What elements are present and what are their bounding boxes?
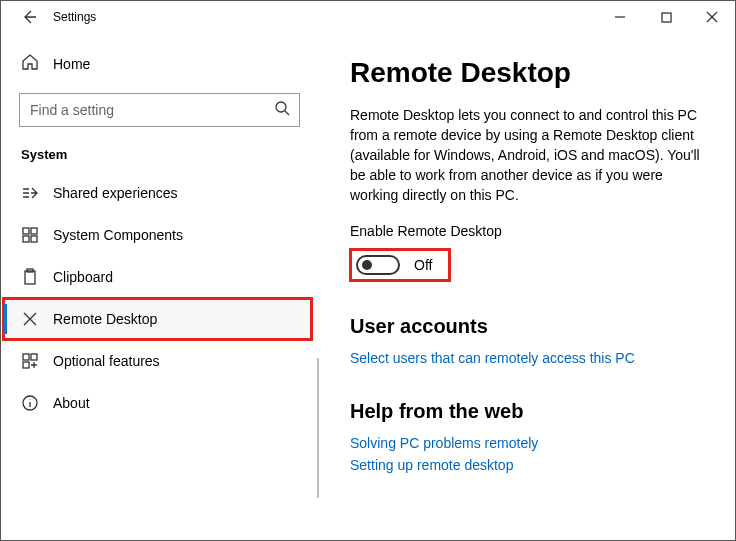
sidebar-item-shared-experiences[interactable]: Shared experiences bbox=[1, 172, 318, 214]
maximize-button[interactable] bbox=[643, 1, 689, 33]
enable-remote-desktop-toggle[interactable] bbox=[356, 255, 400, 275]
page-description: Remote Desktop lets you connect to and c… bbox=[350, 105, 703, 205]
minimize-button[interactable] bbox=[597, 1, 643, 33]
sidebar-item-remote-desktop[interactable]: Remote Desktop bbox=[3, 298, 312, 340]
sidebar-home-label: Home bbox=[53, 56, 90, 72]
svg-rect-6 bbox=[25, 271, 35, 284]
shared-experiences-icon bbox=[21, 184, 39, 202]
back-button[interactable] bbox=[15, 9, 43, 25]
svg-rect-10 bbox=[23, 362, 29, 368]
sidebar-item-optional-features[interactable]: Optional features bbox=[1, 340, 318, 382]
category-title: System bbox=[1, 147, 318, 172]
help-link-solving[interactable]: Solving PC problems remotely bbox=[350, 435, 703, 451]
sidebar-item-label: Optional features bbox=[53, 353, 160, 369]
about-icon bbox=[21, 394, 39, 412]
svg-rect-3 bbox=[31, 228, 37, 234]
enable-remote-desktop-label: Enable Remote Desktop bbox=[350, 223, 703, 239]
arrow-left-icon bbox=[21, 9, 37, 25]
sidebar-item-label: Remote Desktop bbox=[53, 311, 157, 327]
help-heading: Help from the web bbox=[350, 400, 703, 423]
svg-rect-4 bbox=[23, 236, 29, 242]
svg-rect-5 bbox=[31, 236, 37, 242]
close-button[interactable] bbox=[689, 1, 735, 33]
user-accounts-heading: User accounts bbox=[350, 315, 703, 338]
home-icon bbox=[21, 53, 39, 75]
close-icon bbox=[706, 11, 718, 23]
page-title: Remote Desktop bbox=[350, 57, 703, 89]
svg-point-1 bbox=[276, 102, 286, 112]
search-input[interactable] bbox=[19, 93, 300, 127]
help-link-setup[interactable]: Setting up remote desktop bbox=[350, 457, 703, 473]
sidebar-item-label: Clipboard bbox=[53, 269, 113, 285]
system-components-icon bbox=[21, 226, 39, 244]
svg-rect-9 bbox=[31, 354, 37, 360]
svg-rect-2 bbox=[23, 228, 29, 234]
toggle-knob bbox=[362, 260, 372, 270]
sidebar-item-clipboard[interactable]: Clipboard bbox=[1, 256, 318, 298]
select-users-link[interactable]: Select users that can remotely access th… bbox=[350, 350, 703, 366]
sidebar-item-label: About bbox=[53, 395, 90, 411]
remote-desktop-icon bbox=[21, 310, 39, 328]
window-title: Settings bbox=[43, 10, 96, 24]
toggle-state-label: Off bbox=[414, 257, 432, 273]
sidebar-item-label: Shared experiences bbox=[53, 185, 178, 201]
main-panel: Remote Desktop Remote Desktop lets you c… bbox=[318, 33, 735, 541]
sidebar-item-system-components[interactable]: System Components bbox=[1, 214, 318, 256]
sidebar-home[interactable]: Home bbox=[1, 51, 318, 93]
optional-features-icon bbox=[21, 352, 39, 370]
sidebar-item-label: System Components bbox=[53, 227, 183, 243]
maximize-icon bbox=[661, 12, 672, 23]
search-wrap bbox=[19, 93, 300, 127]
svg-rect-8 bbox=[23, 354, 29, 360]
enable-remote-desktop-toggle-row: Off bbox=[350, 249, 450, 281]
svg-rect-0 bbox=[662, 13, 671, 22]
sidebar: Home System Shared experiences System Co… bbox=[1, 33, 318, 541]
minimize-icon bbox=[614, 11, 626, 23]
search-icon bbox=[274, 100, 290, 120]
clipboard-icon bbox=[21, 268, 39, 286]
sidebar-item-about[interactable]: About bbox=[1, 382, 318, 424]
titlebar: Settings bbox=[1, 1, 735, 33]
